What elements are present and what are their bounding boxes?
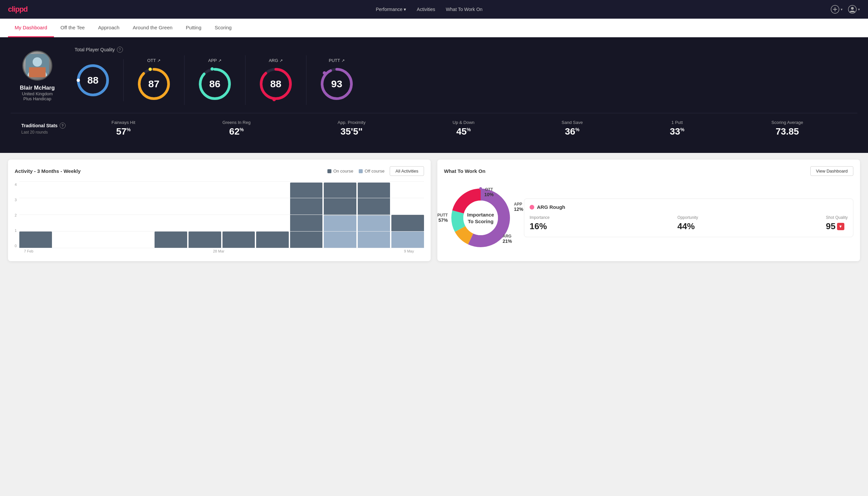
- work-card: ARG Rough Importance 16% Opportunity 44%: [524, 199, 853, 237]
- svg-point-16: [210, 67, 214, 71]
- ott-score-circle: 87: [136, 66, 172, 102]
- add-button[interactable]: ▾: [831, 5, 843, 14]
- bar-on-course: [189, 232, 221, 248]
- stat-up-and-down: Up & Down 45%: [453, 120, 475, 137]
- svg-point-13: [148, 68, 152, 71]
- bar-group: [358, 183, 390, 248]
- tab-scoring[interactable]: Scoring: [208, 19, 238, 37]
- nav-links: Performance ▾ Activities What To Work On: [376, 7, 482, 12]
- bar-off-course: [324, 216, 357, 248]
- ott-donut-label: OTT 10%: [484, 187, 494, 197]
- activity-panel-header: Activity - 3 Months - Weekly On course O…: [15, 166, 424, 176]
- work-stat-shot-quality: Shot Quality 95 ▼: [826, 215, 848, 232]
- plus-circle-icon: [831, 5, 839, 14]
- nav-what-to-work-on[interactable]: What To Work On: [446, 7, 483, 12]
- hero-section: Blair McHarg United Kingdom Plus Handica…: [0, 37, 868, 153]
- help-icon[interactable]: ?: [117, 47, 123, 52]
- stat-1-putt: 1 Putt 33%: [670, 120, 684, 137]
- bar-group: [290, 183, 323, 248]
- player-avatar: [22, 51, 52, 81]
- x-label-9may: 9 May: [404, 249, 414, 253]
- scores-row: 88 OTT ↗ 87: [75, 55, 857, 105]
- on-course-dot: [327, 169, 331, 173]
- nav-right-actions: ▾ ▾: [831, 5, 860, 14]
- top-navigation: clippd Performance ▾ Activities What To …: [0, 0, 868, 19]
- work-panel: What To Work On View Dashboard: [437, 159, 860, 261]
- bar-off-course: [358, 216, 390, 248]
- work-stats: Importance 16% Opportunity 44% Shot Qual…: [530, 215, 848, 232]
- arg-rough-dot: [530, 205, 534, 210]
- arg-score-value: 88: [270, 78, 281, 90]
- y-label-1: 1: [15, 229, 17, 233]
- player-country: United Kingdom: [22, 91, 53, 96]
- bar-on-course: [324, 183, 357, 215]
- tab-putting[interactable]: Putting: [179, 19, 208, 37]
- stats-title: Traditional Stats ?: [21, 123, 68, 128]
- y-label-0: 0: [15, 244, 17, 248]
- arg-donut-label: ARG 21%: [503, 234, 512, 244]
- stat-fairways-hit: Fairways Hit 57%: [112, 120, 136, 137]
- player-info: Blair McHarg United Kingdom Plus Handica…: [11, 51, 64, 101]
- ott-label: OTT ↗: [147, 58, 160, 63]
- user-profile-button[interactable]: ▾: [848, 5, 860, 14]
- add-chevron-icon: ▾: [841, 7, 843, 12]
- bar-group: [155, 183, 187, 248]
- svg-point-22: [323, 71, 326, 75]
- app-arrow-icon: ↗: [218, 58, 221, 63]
- bar-group: [87, 183, 120, 248]
- svg-point-19: [272, 98, 276, 101]
- nav-performance[interactable]: Performance ▾: [376, 7, 406, 12]
- chart-legend: On course Off course: [327, 169, 385, 173]
- stats-help-icon[interactable]: ?: [60, 123, 66, 128]
- bar-on-course: [358, 183, 390, 215]
- bar-on-course: [290, 183, 323, 248]
- legend-on-course: On course: [327, 169, 353, 173]
- nav-activities[interactable]: Activities: [417, 7, 435, 12]
- tab-approach[interactable]: Approach: [91, 19, 126, 37]
- app-logo[interactable]: clippd: [8, 5, 28, 14]
- ott-score-card: OTT ↗ 87: [124, 55, 185, 105]
- svg-point-6: [33, 57, 42, 67]
- bar-on-course: [256, 232, 289, 248]
- tab-my-dashboard[interactable]: My Dashboard: [8, 19, 54, 37]
- bar-group: [53, 183, 86, 248]
- work-panel-header: What To Work On View Dashboard: [444, 166, 853, 176]
- bar-group: [324, 183, 357, 248]
- app-score-card: APP ↗ 86: [185, 55, 246, 105]
- bottom-panels: Activity - 3 Months - Weekly On course O…: [0, 153, 868, 268]
- bar-group: [391, 183, 424, 248]
- stat-sand-save: Sand Save 36%: [562, 120, 583, 137]
- off-course-dot: [359, 169, 363, 173]
- bar-group: [121, 183, 154, 248]
- svg-point-4: [851, 7, 854, 10]
- stat-scoring-average: Scoring Average 73.85: [771, 120, 803, 137]
- main-score-circle: 88: [75, 62, 111, 98]
- y-label-3: 3: [15, 198, 17, 202]
- user-chevron-icon: ▾: [858, 7, 860, 12]
- x-label-7feb: 7 Feb: [24, 249, 33, 253]
- all-activities-button[interactable]: All Activities: [390, 166, 424, 176]
- chevron-down-icon: ▾: [404, 7, 406, 12]
- svg-rect-7: [29, 67, 46, 77]
- bar-on-course: [222, 232, 255, 248]
- tab-around-the-green[interactable]: Around the Green: [126, 19, 179, 37]
- stat-items: Fairways Hit 57% Greens In Reg 62% App. …: [68, 120, 847, 137]
- arg-score-card: ARG ↗ 88: [246, 55, 306, 105]
- activity-panel: Activity - 3 Months - Weekly On course O…: [8, 159, 431, 261]
- stat-greens-in-reg: Greens In Reg 62%: [222, 120, 251, 137]
- app-label: APP ↗: [208, 58, 221, 63]
- chart-area: 4 3 2 1 0: [15, 181, 424, 254]
- tabs-bar: My Dashboard Off the Tee Approach Around…: [0, 19, 868, 37]
- putt-donut-label: PUTT 57%: [437, 213, 448, 223]
- putt-score-card: PUTT ↗ 93: [306, 55, 367, 105]
- hero-top: Blair McHarg United Kingdom Plus Handica…: [11, 47, 857, 105]
- bar-on-course: [19, 232, 52, 248]
- donut-section: Importance To Scoring PUTT 57% OTT 10% A…: [444, 181, 853, 254]
- arg-label: ARG ↗: [269, 58, 283, 63]
- putt-score-value: 93: [331, 78, 342, 90]
- chart-x-axis: 7 Feb 28 Mar 9 May: [15, 248, 424, 253]
- view-dashboard-button[interactable]: View Dashboard: [810, 166, 853, 176]
- bar-group: [189, 183, 221, 248]
- main-score-card: 88: [75, 59, 124, 101]
- tab-off-the-tee[interactable]: Off the Tee: [54, 19, 92, 37]
